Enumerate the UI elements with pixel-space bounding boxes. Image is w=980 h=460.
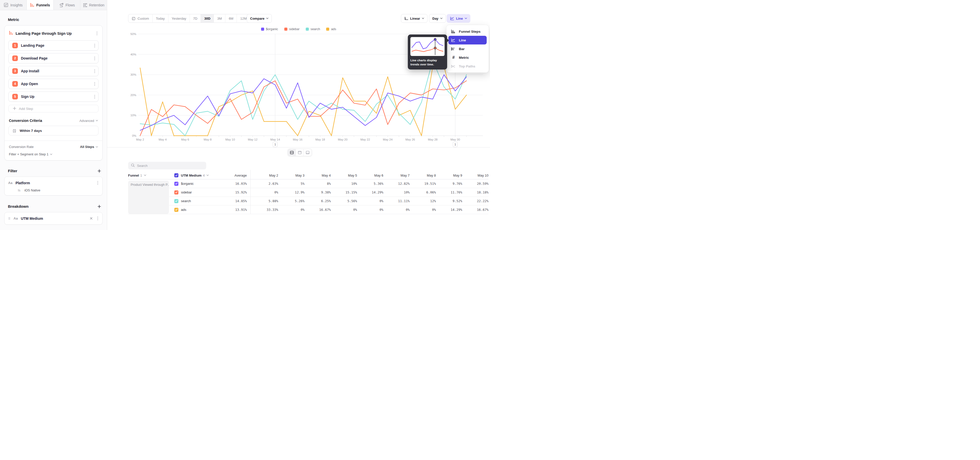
menu-item-label: Funnel Steps — [459, 30, 480, 34]
breakdown-card-utm[interactable]: Aa UTM Medium — [4, 212, 103, 225]
filter-card-platform[interactable]: Aa Platform Is iOS Native — [4, 177, 103, 195]
filter-value[interactable]: iOS Native — [24, 188, 40, 192]
add-filter-button[interactable] — [97, 169, 101, 173]
chevron-down-icon — [266, 18, 269, 19]
legend-item-ads[interactable]: ads — [326, 27, 336, 31]
table-row-organic[interactable]: $organic16.03%2.63%5%8%10%5.36%12.82%19.… — [128, 179, 488, 188]
legend-item-organic[interactable]: $organic — [261, 27, 278, 31]
step-kebab-icon[interactable] — [93, 81, 96, 87]
chart-type-dropdown[interactable]: Line — [447, 14, 470, 23]
table-row-group[interactable]: Product Viewed through P... — [128, 180, 169, 214]
row-checkbox[interactable] — [174, 190, 178, 195]
chevron-down-icon — [422, 18, 424, 19]
date-range-today[interactable]: Today — [153, 14, 169, 22]
funnel-step-4[interactable]: 4App Open — [8, 79, 99, 89]
insights-icon — [4, 3, 8, 7]
filter-kebab-icon[interactable] — [96, 180, 99, 186]
step-kebab-icon[interactable] — [93, 94, 96, 100]
funnel-kebab-icon[interactable] — [95, 30, 99, 36]
conversion-window-button[interactable]: Within 7 days — [8, 126, 99, 136]
layout-toggle-group — [288, 149, 312, 156]
layout-table-toggle[interactable] — [304, 149, 312, 156]
legend-item-search[interactable]: search — [306, 27, 320, 31]
funnel-steps-list: 1Landing Page2Download Page3App Install4… — [8, 40, 99, 102]
all-steps-dropdown[interactable]: All Steps — [80, 145, 98, 149]
layout-split-toggle[interactable] — [288, 149, 296, 156]
select-all-checkbox[interactable] — [174, 173, 178, 177]
y-axis-label: 10% — [130, 114, 136, 117]
compare-button[interactable]: Compare — [247, 14, 272, 23]
table-row-ads[interactable]: ads13.91%33.33%0%16.67%0%0%0%0%14.29%16.… — [128, 206, 488, 214]
step-label: Landing Page — [21, 43, 90, 48]
series-line-search[interactable] — [140, 61, 466, 136]
table-row-sidebar[interactable]: sidebar15.92%0%12.9%9.38%15.15%14.29%10%… — [128, 188, 488, 197]
row-checkbox[interactable] — [174, 199, 178, 203]
value-cell: 0% — [331, 208, 357, 212]
row-checkbox[interactable] — [174, 208, 178, 212]
series-line-ads[interactable] — [140, 66, 466, 136]
value-cell: 12.9% — [278, 190, 304, 194]
funnel-column-dropdown[interactable]: Funnel1 — [128, 174, 174, 177]
tab-retention[interactable]: Retention — [80, 0, 107, 10]
step-kebab-icon[interactable] — [93, 56, 96, 61]
value-cell: 14.85% — [220, 199, 247, 203]
menu-item-bar[interactable]: Bar — [449, 45, 487, 53]
breakdown-col-label: UTM Medium — [181, 174, 202, 177]
filter-segment-dropdown[interactable]: Filter + Segment on Step 1 — [9, 152, 98, 156]
scale-dropdown[interactable]: Linear — [401, 14, 428, 23]
funnel-header[interactable]: Landing Page through Sign Up — [9, 29, 99, 38]
value-cell: 0% — [410, 208, 436, 212]
date-range-6m[interactable]: 6M — [225, 14, 237, 22]
add-step-button[interactable]: Add Step — [8, 105, 99, 112]
add-breakdown-button[interactable] — [97, 205, 101, 208]
chart-legend: $organicsidebarsearchads — [107, 27, 490, 31]
date-range-3m[interactable]: 3M — [214, 14, 225, 22]
value-cell: 14.29% — [357, 190, 383, 194]
search-box — [128, 162, 206, 169]
step-label: Download Page — [21, 56, 90, 60]
menu-item-metric[interactable]: #Metric — [449, 53, 487, 62]
advanced-dropdown[interactable]: Advanced — [80, 119, 98, 123]
divider — [5, 141, 102, 141]
date-range-label: Yesterday — [172, 17, 186, 21]
value-cell: 5.88% — [252, 199, 278, 203]
legend-item-sidebar[interactable]: sidebar — [284, 27, 300, 31]
x-axis-label: May 22 — [360, 138, 370, 141]
tab-label: Insights — [10, 3, 22, 7]
legend-label: search — [310, 27, 320, 31]
legend-label: ads — [331, 27, 336, 31]
menu-item-line[interactable]: Line — [449, 36, 487, 45]
tab-funnels[interactable]: Funnels — [27, 0, 54, 10]
filter-property: Platform — [16, 181, 93, 185]
granularity-dropdown[interactable]: Day — [429, 14, 446, 23]
close-icon[interactable] — [89, 216, 93, 220]
funnel-step-3[interactable]: 3App Install — [8, 66, 99, 76]
date-range-custom[interactable]: Custom — [128, 14, 153, 22]
menu-item-funnel-steps[interactable]: Funnel Steps — [449, 27, 487, 36]
series-line-organic[interactable] — [140, 75, 466, 130]
table-body: Product Viewed through P... $organic16.0… — [128, 179, 488, 214]
table-row-search[interactable]: search14.85%5.88%5.26%6.25%5.56%0%11.11%… — [128, 197, 488, 206]
row-checkbox[interactable] — [174, 182, 178, 186]
date-range-yesterday[interactable]: Yesterday — [169, 14, 190, 22]
x-axis-label: May 18 — [315, 138, 325, 141]
funnel-step-1[interactable]: 1Landing Page — [8, 40, 99, 51]
breakdown-column-dropdown[interactable]: UTM Medium4 — [174, 173, 220, 177]
x-axis-label: May 6 — [181, 138, 189, 141]
drag-handle-icon[interactable] — [8, 217, 11, 220]
date-range-30d[interactable]: 30D — [201, 14, 214, 22]
x-axis-label: May 20 — [338, 138, 348, 141]
tab-flows[interactable]: Flows — [54, 0, 80, 10]
tab-insights[interactable]: Insights — [0, 0, 27, 10]
funnel-col-label: Funnel — [128, 174, 139, 177]
column-header-may-6: May 6 — [357, 174, 383, 177]
funnel-step-5[interactable]: 5Sign Up — [8, 91, 99, 102]
search-input[interactable] — [137, 164, 204, 168]
layout-chart-toggle[interactable] — [296, 149, 304, 156]
date-range-7d[interactable]: 7D — [190, 14, 201, 22]
breakdown-kebab-icon[interactable] — [96, 216, 99, 221]
breakdown-col-count: 4 — [203, 174, 205, 177]
funnel-step-2[interactable]: 2Download Page — [8, 53, 99, 63]
step-kebab-icon[interactable] — [93, 43, 96, 49]
step-kebab-icon[interactable] — [93, 68, 96, 74]
